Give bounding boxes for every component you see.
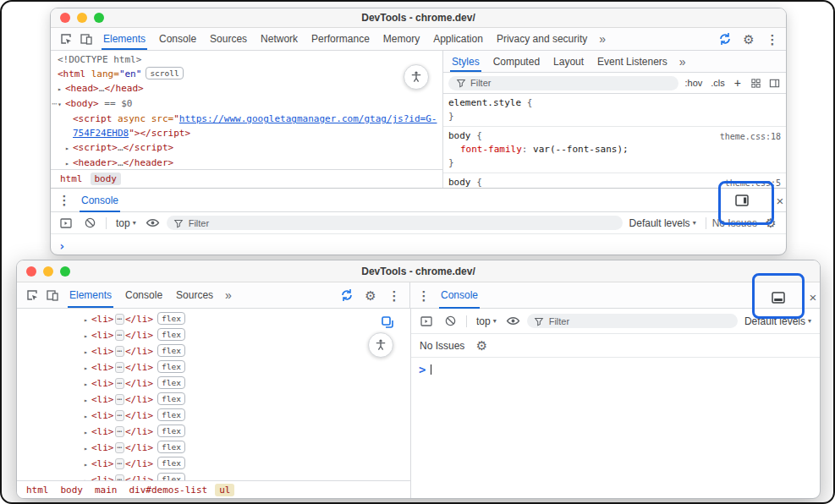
badge-flex[interactable]: flex (157, 441, 185, 453)
console-prompt[interactable]: › (51, 234, 786, 253)
badge-flex[interactable]: flex (157, 457, 185, 469)
dom-tree-line[interactable]: ▸<li>⋯</li>flex (83, 441, 405, 457)
badge-flex[interactable]: flex (157, 473, 185, 480)
dom-tree[interactable]: <!DOCTYPE html><html lang="en"scroll▸<he… (51, 51, 442, 169)
dom-tree-line[interactable]: ▸<li>⋯</li>flex (83, 392, 405, 408)
javascript-context-dropdown[interactable]: top▾ (113, 217, 140, 229)
tab-elements[interactable]: Elements (96, 28, 152, 50)
expand-arrow-icon[interactable]: ▸ (58, 82, 65, 96)
tab-console[interactable]: Console (118, 282, 169, 308)
traffic-light-close[interactable] (60, 13, 70, 23)
layers-icon[interactable] (377, 312, 398, 332)
styles-filter-field[interactable] (448, 76, 678, 90)
titlebar[interactable]: DevTools - chrome.dev/ (17, 260, 820, 282)
tab-privacy-and-security[interactable]: Privacy and security (490, 28, 594, 50)
style-rule-element[interactable]: element.style { } (443, 94, 786, 127)
dom-tree-line[interactable]: ▸<li>⋯</li>flex (83, 344, 405, 360)
badge-flex[interactable]: flex (157, 344, 185, 357)
traffic-light-minimize[interactable] (77, 13, 87, 23)
console-prompt[interactable]: > (411, 358, 820, 376)
expand-arrow-icon[interactable]: ▸ (65, 141, 73, 156)
dom-tree-line[interactable]: ▸<li>⋯</li>flex (83, 328, 405, 344)
breadcrumb-body[interactable]: body (91, 173, 122, 185)
expand-arrow-icon[interactable]: ▸ (84, 474, 91, 480)
style-rule-body-2[interactable]: theme.css:5 body { (443, 173, 786, 188)
inspect-element-icon[interactable] (22, 285, 42, 305)
breadcrumb-ul[interactable]: ul (215, 484, 234, 496)
kebab-menu-icon[interactable]: ⋮ (762, 29, 783, 49)
close-icon[interactable]: × (770, 190, 787, 211)
dom-tree-line[interactable]: ⋯▾<body> == $0 (51, 96, 437, 112)
dom-tree-line[interactable]: ▸<script>…</script> (51, 140, 437, 156)
console-settings-gear-icon[interactable]: ⚙ (471, 336, 492, 356)
dom-tree-line[interactable]: ▸<head>…</head> (51, 81, 437, 96)
expand-arrow-icon[interactable]: ▸ (84, 441, 91, 457)
javascript-context-dropdown[interactable]: top▾ (473, 315, 500, 327)
kebab-menu-icon[interactable]: ⋮ (414, 285, 434, 305)
dom-tree-line[interactable]: ▸<li>⋯</li>flex (83, 473, 405, 480)
traffic-light-minimize[interactable] (43, 266, 53, 277)
badge-flex[interactable]: flex (157, 376, 185, 389)
expand-arrow-icon[interactable]: ▸ (84, 313, 91, 328)
dom-tree-line[interactable]: ▸<li>⋯</li>flex (83, 360, 405, 376)
expand-arrow-icon[interactable]: ▸ (84, 425, 91, 441)
dom-tree-line[interactable]: <html lang="en"scroll (51, 67, 437, 81)
tab-elements[interactable]: Elements (63, 282, 118, 308)
accessibility-icon[interactable] (368, 332, 393, 358)
grid-overlay-icon[interactable] (749, 73, 762, 93)
console-sidebar-icon[interactable] (56, 213, 76, 233)
live-expression-eye-icon[interactable] (503, 311, 524, 331)
console-filter-field[interactable] (167, 216, 623, 230)
tab-console[interactable]: Console (152, 28, 203, 50)
device-toolbar-icon[interactable] (42, 285, 63, 305)
settings-gear-icon[interactable]: ⚙ (739, 29, 759, 49)
device-toolbar-icon[interactable] (76, 29, 96, 49)
stylesheet-link[interactable]: theme.css:5 (725, 177, 781, 188)
dom-tree-line[interactable]: ▸<header>…</header> (51, 156, 437, 169)
badge-scroll[interactable]: scroll (146, 67, 183, 79)
dom-tree-line[interactable]: ▸<li>⋯</li>flex (83, 457, 405, 473)
css-declaration[interactable]: font-family: var(--font-sans); (448, 143, 781, 156)
expand-arrow-icon[interactable]: ▸ (84, 345, 91, 360)
badge-flex[interactable]: flex (157, 312, 185, 325)
dom-tree-line[interactable]: <script async src="https://www.googletag… (51, 112, 437, 140)
tab-layout[interactable]: Layout (547, 51, 591, 72)
issues-counter[interactable]: No Issues (420, 340, 464, 352)
breadcrumb-html[interactable]: html (22, 484, 53, 496)
tab-computed[interactable]: Computed (486, 51, 547, 72)
dock-side-icon[interactable] (732, 190, 752, 211)
issues-counter[interactable]: No Issues (712, 217, 757, 229)
dom-tree-line[interactable]: ▸<li>⋯</li>flex (83, 408, 405, 425)
live-expression-eye-icon[interactable] (143, 213, 163, 233)
log-levels-dropdown[interactable]: Default levels▾ (626, 217, 700, 229)
tab-performance[interactable]: Performance (305, 28, 376, 50)
tab-application[interactable]: Application (426, 28, 490, 50)
sync-icon[interactable] (337, 285, 357, 305)
more-tabs-icon[interactable]: » (220, 288, 237, 302)
dom-tree-line[interactable]: ▸<li>⋯</li>flex (83, 425, 405, 441)
expand-arrow-icon[interactable]: ▸ (84, 409, 91, 425)
sync-icon[interactable] (715, 29, 735, 49)
tab-console-panel[interactable]: Console (434, 282, 485, 309)
style-rule-body[interactable]: theme.css:18 body { font-family: var(--f… (443, 127, 786, 173)
dom-tree[interactable]: ▸<li>⋯</li>flex▸<li>⋯</li>flex▸<li>⋯</li… (17, 309, 410, 480)
traffic-light-zoom[interactable] (60, 266, 70, 277)
console-sidebar-icon[interactable] (416, 311, 437, 331)
dom-tree-line[interactable]: ▸<li>⋯</li>flex (83, 312, 405, 328)
tab-network[interactable]: Network (254, 28, 305, 50)
console-filter-input[interactable] (549, 316, 731, 326)
badge-flex[interactable]: flex (157, 360, 185, 373)
tab-sources[interactable]: Sources (169, 282, 220, 308)
close-icon[interactable]: × (803, 287, 821, 307)
breadcrumb-main[interactable]: main (91, 484, 122, 496)
badge-flex[interactable]: flex (157, 408, 185, 421)
console-filter-input[interactable] (189, 218, 616, 228)
kebab-menu-icon[interactable]: ⋮ (384, 285, 404, 305)
console-filter-field[interactable] (527, 314, 738, 328)
kebab-menu-icon[interactable]: ⋮ (54, 190, 74, 211)
breadcrumb-div-demos-list[interactable]: div#demos-list (125, 484, 212, 496)
styles-filter-input[interactable] (470, 78, 672, 88)
tab-styles[interactable]: Styles (445, 51, 486, 72)
expand-arrow-icon[interactable]: ▸ (84, 361, 91, 376)
breadcrumb-body[interactable]: body (57, 484, 88, 496)
